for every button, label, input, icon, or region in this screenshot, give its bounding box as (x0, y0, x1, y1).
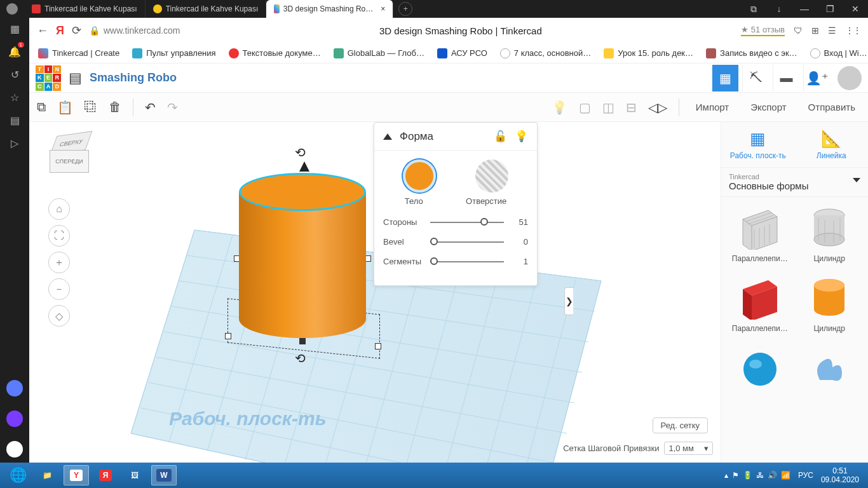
shape-cylinder-hole[interactable]: Цилиндр (799, 205, 861, 263)
bookmark-item[interactable]: Tinkercad | Create (38, 48, 119, 58)
edit-grid-button[interactable]: Ред. сетку (653, 417, 708, 433)
window-close-button[interactable]: ✕ (843, 4, 868, 14)
ruler-tool[interactable]: 📐 Линейка (795, 122, 869, 167)
sides-value[interactable]: 51 (509, 217, 528, 227)
bookmark-item[interactable]: Вход | Wi… (810, 48, 867, 58)
bookmark-item[interactable]: Текстовые докуме… (229, 48, 321, 58)
mirror-button[interactable]: ◁▷ (648, 100, 667, 115)
shape-sphere[interactable] (729, 344, 791, 394)
align-button[interactable]: ⊟ (626, 100, 637, 115)
shape-box-hole[interactable]: Параллелепи… (729, 205, 791, 263)
undo-button[interactable]: ↶ (145, 100, 156, 115)
shape-scribble[interactable] (799, 344, 861, 394)
tray-battery-icon[interactable]: 🔋 (743, 471, 752, 480)
tray-network-icon[interactable]: 🖧 (756, 471, 764, 480)
assistant2-icon[interactable] (6, 410, 23, 427)
send-button[interactable]: Отправить (803, 102, 860, 112)
workplane-tool[interactable]: ▦ Рабоч. плоск-ть (721, 122, 795, 167)
shape-box-solid[interactable]: Параллелепи… (729, 274, 791, 333)
bevel-slider[interactable] (430, 241, 504, 243)
sides-slider[interactable] (430, 222, 504, 223)
home-view-button[interactable]: ⌂ (48, 198, 70, 220)
lightbulb-icon[interactable]: 💡 (515, 130, 528, 143)
hole-swatch[interactable] (475, 159, 508, 193)
3d-viewport[interactable]: ⟲ ⟲ СВЕРХУ (29, 122, 721, 463)
new-tab-button[interactable]: + (398, 2, 412, 16)
rotate-x-icon[interactable]: ⟲ (295, 351, 306, 366)
blocks-view-button[interactable]: ⛏ (742, 65, 769, 92)
download-icon[interactable]: ↓ (766, 4, 792, 14)
home-icon[interactable]: Я (56, 24, 64, 37)
delete-button[interactable]: 🗑 (109, 100, 121, 114)
tray-clock[interactable]: 0:51 09.04.2020 (821, 466, 859, 485)
rating-badge[interactable]: ★ 51 отзыв (741, 25, 785, 36)
library-collapse-button[interactable]: ❯ (564, 287, 573, 315)
back-button[interactable]: ← (37, 24, 48, 37)
collapse-icon[interactable] (383, 133, 392, 140)
reader-icon[interactable]: ☰ (828, 25, 836, 36)
bulb-icon[interactable]: 💡 (552, 100, 567, 115)
handle-sw[interactable] (225, 333, 231, 339)
word-icon[interactable]: W (151, 465, 177, 485)
yandex-browser-icon[interactable]: Y (64, 465, 89, 485)
profile-avatar-icon[interactable] (6, 3, 18, 15)
collections-icon[interactable]: ▤ (8, 113, 22, 127)
solid-swatch[interactable] (403, 159, 436, 193)
app-icon[interactable]: 🖼 (122, 465, 147, 485)
bookmark-item[interactable]: АСУ РСО (437, 48, 487, 58)
bookmark-item[interactable]: Урок 15. роль дек… (604, 48, 693, 58)
browser-tab-1[interactable]: Tinkercad ile Kahve Kupası (146, 0, 267, 18)
paste-button[interactable]: 📋 (57, 100, 73, 115)
yandex-app-icon[interactable]: Я (93, 465, 118, 485)
selected-cylinder-shape[interactable]: ⟲ ⟲ (239, 173, 366, 338)
tray-volume-icon[interactable]: 🔊 (768, 471, 777, 480)
bevel-value[interactable]: 0 (509, 237, 528, 247)
tray-wifi-icon[interactable]: 📶 (781, 471, 790, 480)
duplicate-button[interactable]: ⿻ (85, 100, 97, 114)
user-avatar-icon[interactable] (837, 66, 862, 90)
bookmark-item[interactable]: Запись видео с эк… (706, 48, 797, 58)
viewcube-front[interactable]: СПЕРЕДИ (50, 150, 89, 173)
tray-language[interactable]: РУС (798, 471, 813, 480)
tab-close-icon[interactable]: × (381, 4, 385, 13)
ortho-toggle-button[interactable]: ◇ (48, 305, 70, 327)
bookmark-icon[interactable]: ☆ (8, 90, 22, 104)
apps-icon[interactable]: ▦ (8, 22, 22, 36)
lock-icon[interactable]: 🔓 (494, 130, 507, 143)
document-title[interactable]: Smashing Robo (90, 71, 177, 85)
tinkercad-logo-icon[interactable]: TIN KER CAD (36, 65, 61, 91)
lego-view-button[interactable]: ▬ (773, 65, 799, 92)
translate-icon[interactable]: ⊞ (811, 25, 819, 36)
height-handle-icon[interactable] (299, 161, 309, 172)
reload-button[interactable]: ⟳ (72, 24, 81, 37)
start-button[interactable]: 🌐 (5, 465, 31, 485)
bricks-view-button[interactable]: ▦ (712, 65, 738, 92)
alisa-icon[interactable] (6, 441, 23, 458)
url-display[interactable]: 🔒 www.tinkercad.com (89, 25, 180, 36)
bookmark-item[interactable]: GlobalLab — Глоб… (334, 48, 424, 58)
notes-icon[interactable]: ▢ (579, 100, 591, 115)
viewcube[interactable]: СВЕРХУ СПЕРЕДИ (47, 133, 95, 182)
bell-icon[interactable]: 🔔1 (8, 44, 22, 58)
redo-button[interactable]: ↷ (167, 100, 178, 115)
zoom-out-button[interactable]: － (48, 278, 70, 300)
export-button[interactable]: Экспорт (745, 102, 791, 112)
bookmark-item[interactable]: Пульт управления (132, 48, 215, 58)
explorer-icon[interactable]: 📁 (34, 465, 60, 485)
copy-button[interactable]: ⧉ (37, 100, 46, 114)
bookmark-item[interactable]: 7 класс, основной… (500, 48, 591, 58)
browser-tab-0[interactable]: Tinkercad ile Kahve Kupası (24, 0, 146, 18)
pip-icon[interactable]: ⧉ (741, 4, 766, 15)
window-maximize-button[interactable]: ❐ (817, 4, 843, 14)
rotate-z-icon[interactable]: ⟲ (295, 145, 306, 160)
handle-s[interactable] (299, 338, 306, 344)
design-list-icon[interactable]: ▤ (69, 70, 82, 86)
shield-icon[interactable]: 🛡 (794, 25, 803, 36)
import-button[interactable]: Импорт (691, 102, 734, 112)
invite-icon[interactable]: 👤⁺ (803, 65, 830, 92)
zoom-in-button[interactable]: ＋ (48, 252, 70, 273)
tray-flag-icon[interactable]: ⚑ (732, 471, 739, 480)
play-icon[interactable]: ▷ (8, 136, 22, 150)
fit-view-button[interactable]: ⛶ (48, 225, 70, 247)
assistant-icon[interactable] (6, 380, 23, 396)
